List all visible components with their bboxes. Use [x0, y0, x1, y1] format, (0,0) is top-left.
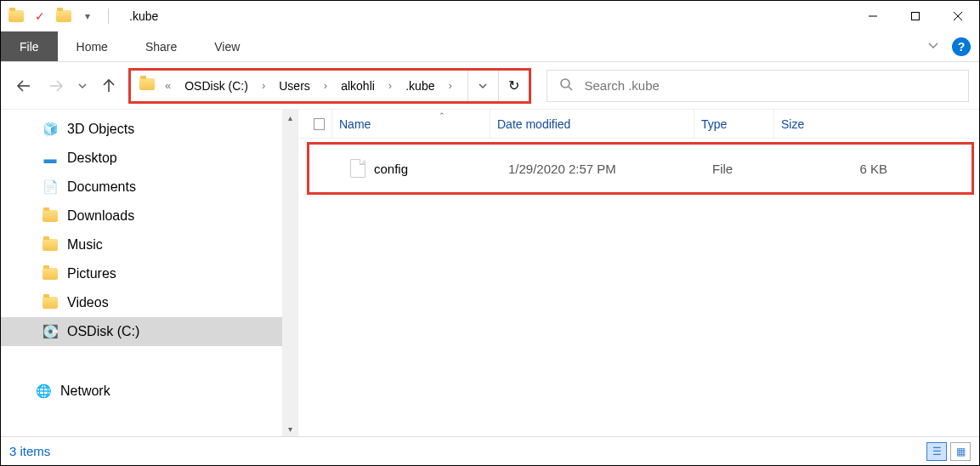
search-input[interactable]: [585, 78, 957, 93]
column-size[interactable]: Size: [774, 110, 910, 138]
titlebar: ✓ ▾ .kube: [1, 1, 979, 31]
navigation-pane: 🧊3D Objects ▬Desktop 📄Documents Download…: [1, 110, 298, 436]
folder-icon: [8, 8, 25, 25]
ribbon-expand-icon[interactable]: [926, 38, 940, 55]
sidebar-item-documents[interactable]: 📄Documents: [1, 173, 297, 202]
chevron-right-icon[interactable]: ›: [262, 79, 265, 92]
forward-button[interactable]: [43, 73, 69, 99]
qat-properties-icon[interactable]: ✓: [31, 8, 48, 25]
column-header-row: Name Date modified Type Size: [298, 110, 979, 139]
address-bar[interactable]: « OSDisk (C:) › Users › alkohli › .kube …: [128, 68, 531, 104]
chevron-right-icon[interactable]: ›: [388, 79, 392, 92]
column-date[interactable]: Date modified: [490, 110, 694, 138]
minimize-button[interactable]: [852, 1, 894, 31]
music-icon: [42, 236, 59, 253]
navbar: « OSDisk (C:) › Users › alkohli › .kube …: [1, 62, 979, 110]
file-tab[interactable]: File: [1, 31, 58, 61]
documents-icon: 📄: [42, 179, 59, 196]
window-title: .kube: [129, 9, 158, 23]
drive-icon: 💽: [42, 323, 59, 340]
svg-rect-1: [912, 12, 920, 20]
videos-icon: [42, 294, 59, 311]
column-label: Name: [339, 117, 371, 131]
file-size: 6 KB: [785, 162, 921, 176]
file-icon: [350, 159, 365, 178]
column-type[interactable]: Type: [694, 110, 774, 138]
scroll-down-icon[interactable]: ▾: [282, 421, 297, 436]
sidebar-item-osdisk[interactable]: 💽OSDisk (C:): [1, 317, 297, 346]
sort-indicator-icon: ⌃: [439, 111, 445, 120]
sidebar-item-music[interactable]: Music: [1, 230, 297, 259]
sidebar-item-videos[interactable]: Videos: [1, 288, 297, 317]
tab-home[interactable]: Home: [58, 31, 127, 61]
qat-folder-icon[interactable]: [55, 8, 72, 25]
sidebar-item-downloads[interactable]: Downloads: [1, 202, 297, 230]
scroll-up-icon[interactable]: ▴: [282, 110, 297, 125]
sidebar-label: Desktop: [67, 151, 117, 166]
breadcrumb-item[interactable]: OSDisk (C:): [181, 76, 252, 96]
sidebar-item-pictures[interactable]: Pictures: [1, 259, 297, 288]
sidebar-label: Videos: [67, 295, 109, 310]
pictures-icon: [42, 265, 59, 282]
downloads-icon: [42, 207, 59, 224]
search-box[interactable]: [547, 70, 970, 102]
3d-objects-icon: 🧊: [42, 121, 59, 138]
network-icon: 🌐: [35, 383, 52, 400]
file-list: ⌃ Name Date modified Type Size config 1/…: [298, 110, 979, 436]
tab-view[interactable]: View: [195, 31, 258, 61]
back-button[interactable]: [11, 73, 37, 99]
help-button[interactable]: ?: [952, 37, 971, 56]
maximize-button[interactable]: [894, 1, 937, 31]
sidebar-label: OSDisk (C:): [67, 324, 139, 339]
recent-locations-button[interactable]: [76, 73, 89, 99]
svg-line-8: [569, 87, 572, 90]
qat-customize-icon[interactable]: ▾: [79, 8, 96, 25]
close-button[interactable]: [937, 1, 979, 31]
breadcrumb-item[interactable]: Users: [275, 76, 314, 96]
highlighted-file-row: config 1/29/2020 2:57 PM File 6 KB: [307, 142, 974, 195]
ribbon: File Home Share View ?: [1, 31, 979, 62]
details-view-button[interactable]: ☰: [926, 442, 947, 461]
scrollbar[interactable]: ▴ ▾: [282, 110, 297, 436]
refresh-button[interactable]: ↻: [498, 71, 529, 101]
search-icon: [559, 77, 573, 94]
tab-share[interactable]: Share: [127, 31, 195, 61]
separator: [108, 9, 109, 24]
breadcrumb-item[interactable]: alkohli: [337, 76, 378, 96]
sidebar-label: 3D Objects: [67, 122, 134, 137]
chevron-right-icon[interactable]: ›: [448, 79, 451, 92]
column-label: Size: [781, 117, 804, 131]
file-row[interactable]: config 1/29/2020 2:57 PM File 6 KB: [309, 159, 972, 178]
breadcrumb-item[interactable]: .kube: [402, 76, 438, 96]
file-type: File: [705, 162, 785, 176]
breadcrumb-back-icon[interactable]: «: [165, 79, 171, 92]
column-label: Type: [701, 117, 727, 131]
thumbnails-view-button[interactable]: ▦: [950, 442, 971, 461]
statusbar: 3 items ☰ ▦: [1, 436, 979, 465]
sidebar-item-3d-objects[interactable]: 🧊3D Objects: [1, 115, 297, 144]
sidebar-item-network[interactable]: 🌐Network: [1, 377, 297, 406]
chevron-right-icon[interactable]: ›: [324, 79, 327, 92]
column-name[interactable]: Name: [332, 110, 490, 138]
sidebar-label: Music: [67, 237, 103, 253]
sidebar-label: Pictures: [67, 266, 116, 281]
up-button[interactable]: [96, 73, 122, 99]
sidebar-label: Network: [60, 384, 110, 399]
sidebar-item-desktop[interactable]: ▬Desktop: [1, 144, 297, 173]
checkbox-icon[interactable]: [314, 118, 325, 130]
status-item-count: 3 items: [9, 444, 50, 458]
column-label: Date modified: [497, 117, 570, 131]
file-name: config: [374, 162, 408, 176]
column-select-all[interactable]: [307, 110, 332, 138]
file-date: 1/29/2020 2:57 PM: [501, 162, 705, 176]
desktop-icon: ▬: [42, 150, 59, 167]
sidebar-label: Downloads: [67, 208, 134, 224]
address-folder-icon: [139, 78, 155, 93]
sidebar-label: Documents: [67, 179, 136, 195]
address-dropdown-button[interactable]: [467, 71, 498, 101]
svg-point-7: [561, 79, 569, 88]
